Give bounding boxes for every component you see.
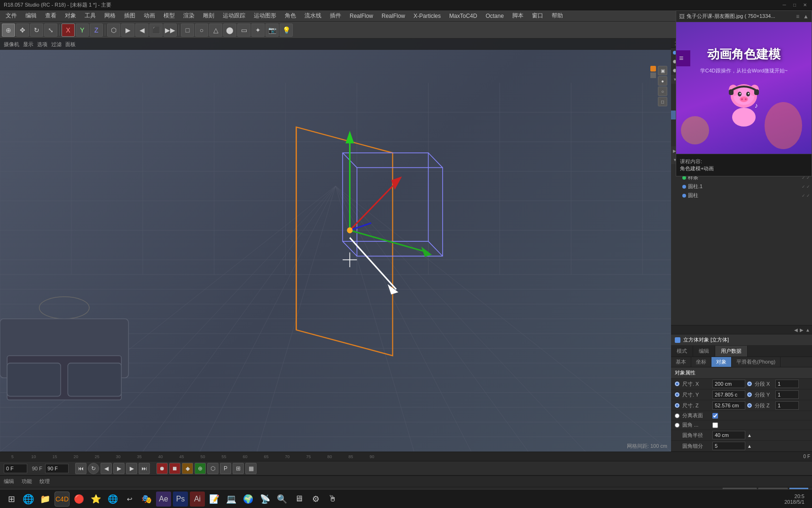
menu-sketch[interactable]: 插图 <box>120 11 139 21</box>
tc-next-frame[interactable]: ▶ <box>126 463 137 474</box>
tc-stop[interactable]: ⏹ <box>169 463 180 474</box>
menu-render[interactable]: 渲染 <box>180 11 198 21</box>
vp-scene-icon[interactable]: □ <box>658 97 667 106</box>
props-field-sizez[interactable] <box>712 401 745 410</box>
menu-sculpt[interactable]: 雕刻 <box>199 11 218 21</box>
tc-settings2[interactable]: P <box>220 463 231 474</box>
menu-model[interactable]: 模型 <box>160 11 179 21</box>
tb-app9[interactable]: 📝 <box>207 492 222 507</box>
menu-realflow1[interactable]: RealFlow <box>346 12 377 20</box>
menu-character[interactable]: 角色 <box>281 11 300 21</box>
tc-add-key[interactable]: ⊕ <box>195 463 206 474</box>
tc-current-frame[interactable] <box>4 464 27 473</box>
props-field-fillet-s[interactable] <box>712 442 745 450</box>
tb-start[interactable]: ⊞ <box>4 492 19 507</box>
tb-app4[interactable]: ↩ <box>122 492 137 507</box>
tool-camera[interactable]: 📷 <box>265 24 279 37</box>
tool-move[interactable]: ✥ <box>16 24 29 37</box>
tb-app13[interactable]: 🔍 <box>274 492 289 507</box>
tc-record[interactable]: ⏺ <box>156 463 168 474</box>
tb-app11[interactable]: 🌍 <box>241 492 256 507</box>
tb-app7[interactable]: Ps <box>173 492 188 507</box>
tool-z[interactable]: Z <box>90 24 103 37</box>
props-check-sep[interactable] <box>712 413 718 419</box>
tb-app2[interactable]: ⭐ <box>88 492 103 507</box>
menu-mesh[interactable]: 网格 <box>101 11 119 21</box>
tool-scale[interactable]: ⤡ <box>44 24 57 37</box>
tb-app6[interactable]: Ae <box>156 492 171 507</box>
menu-xparticles[interactable]: X-Particles <box>410 12 445 20</box>
expand-right-icon[interactable]: ▶ <box>800 327 804 333</box>
fillet-s-up[interactable]: ▲ <box>747 444 752 449</box>
float-up-icon[interactable]: ▲ <box>803 13 809 20</box>
menu-maxtoc4d[interactable]: MaxToC4D <box>445 12 481 20</box>
tc-prev-frame[interactable]: ◀ <box>101 463 112 474</box>
props-field-segy[interactable] <box>775 390 799 399</box>
props-tab-mode[interactable]: 模式 <box>671 346 693 357</box>
tool-null[interactable]: ✦ <box>251 24 265 37</box>
expand-up-icon[interactable]: ▲ <box>805 327 810 333</box>
tool-back[interactable]: ◀ <box>135 24 148 37</box>
props-radio-segz[interactable] <box>747 403 752 408</box>
close-button[interactable]: ✕ <box>802 2 808 8</box>
props-tab-edit[interactable]: 编辑 <box>693 346 715 357</box>
menu-help[interactable]: 帮助 <box>548 11 567 21</box>
menu-window[interactable]: 窗口 <box>528 11 547 21</box>
scene-item-cyl1[interactable]: 圆柱.1 ✓✓ <box>671 182 812 191</box>
tb-ie[interactable]: 🌐 <box>21 492 36 507</box>
tb-app14[interactable]: 🖥 <box>291 492 306 507</box>
tool-sphere[interactable]: ○ <box>195 24 208 37</box>
tool-plane[interactable]: ▭ <box>237 24 250 37</box>
vp-camera-menu[interactable]: 摄像机 <box>4 41 19 48</box>
menu-view[interactable]: 查看 <box>41 11 60 21</box>
tool-light[interactable]: 💡 <box>280 24 293 37</box>
tool-rotate[interactable]: ↻ <box>30 24 43 37</box>
tool-cone[interactable]: △ <box>209 24 222 37</box>
track-tab-func[interactable]: 功能 <box>22 478 32 485</box>
props-radio-segx[interactable] <box>747 381 752 386</box>
tb-c4d-active[interactable]: C4D <box>55 492 70 507</box>
tool-y[interactable]: Y <box>76 24 89 37</box>
vp-camera-icon[interactable]: ○ <box>658 87 667 96</box>
menu-motion-track[interactable]: 运动跟踪 <box>219 11 249 21</box>
tb-app3[interactable]: 🌐 <box>105 492 120 507</box>
tool-anim[interactable]: ▶ <box>121 24 134 37</box>
vp-filter-menu[interactable]: 过滤 <box>51 41 62 48</box>
menu-object[interactable]: 对象 <box>61 11 80 21</box>
tb-app8[interactable]: Ai <box>190 492 205 507</box>
tb-folder[interactable]: 📁 <box>38 492 53 507</box>
props-subtab-object[interactable]: 对象 <box>711 357 732 367</box>
vp-render-icon[interactable]: ● <box>658 76 667 86</box>
tool-cube[interactable]: □ <box>181 24 194 37</box>
tc-loop[interactable]: ↻ <box>88 463 99 474</box>
menu-realflow2[interactable]: RealFlow <box>378 12 409 20</box>
tool-play[interactable]: ▶▶ <box>164 24 177 37</box>
tc-settings1[interactable]: ⬡ <box>207 463 219 474</box>
minimize-button[interactable]: ─ <box>781 2 788 8</box>
menu-animate[interactable]: 动画 <box>140 11 159 21</box>
props-radio-y[interactable] <box>675 392 679 397</box>
tool-mesh[interactable]: ⬡ <box>107 24 120 37</box>
viewport[interactable]: 摄像机 显示 选项 过滤 面板 <box>0 39 671 452</box>
props-radio-x[interactable] <box>675 381 679 386</box>
props-radio-sep[interactable] <box>675 413 679 418</box>
tb-app1[interactable]: 🔴 <box>71 492 86 507</box>
tb-app15[interactable]: ⚙ <box>308 492 323 507</box>
props-subtab-basic[interactable]: 基本 <box>671 357 691 367</box>
props-field-segx[interactable] <box>775 380 799 388</box>
tc-play[interactable]: ▶ <box>113 463 125 474</box>
menu-file[interactable]: 文件 <box>2 11 21 21</box>
menu-mograph[interactable]: 运动图形 <box>250 11 280 21</box>
tc-goto-end[interactable]: ⏭ <box>139 463 150 474</box>
vp-options-menu[interactable]: 选项 <box>37 41 47 48</box>
tc-end-frame[interactable] <box>45 464 69 473</box>
props-radio-fillet[interactable] <box>675 423 679 428</box>
props-field-sizey[interactable] <box>712 390 745 399</box>
vp-display-menu[interactable]: 显示 <box>23 41 33 48</box>
menu-plugin[interactable]: 插件 <box>326 11 345 21</box>
props-tab-userdata[interactable]: 用户数据 <box>715 346 748 357</box>
props-field-fillet-r[interactable] <box>712 431 745 439</box>
tool-x[interactable]: X <box>62 24 75 37</box>
menu-pipeline[interactable]: 流水线 <box>301 11 325 21</box>
tc-settings3[interactable]: ⊞ <box>233 463 244 474</box>
